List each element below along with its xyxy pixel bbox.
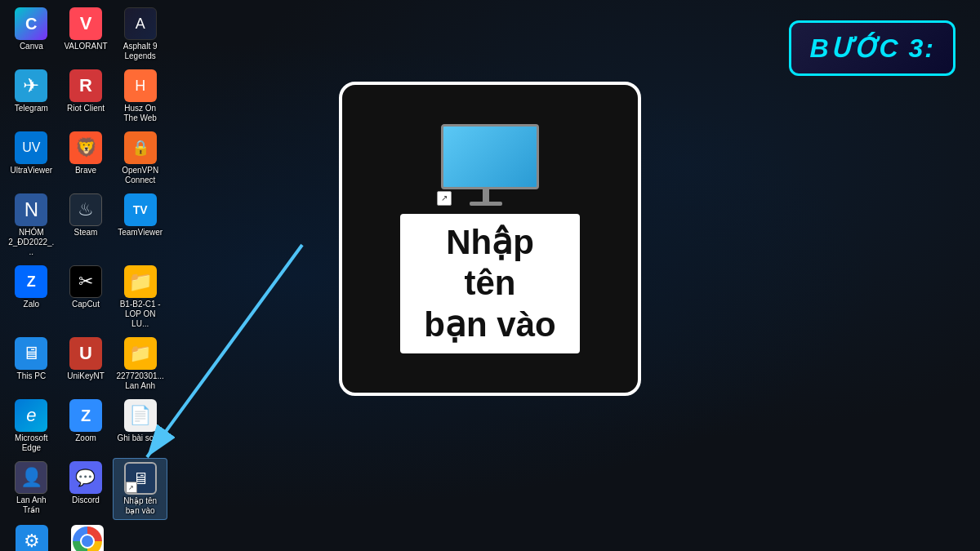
steam-label: Steam [74,228,98,238]
icon-zalo[interactable]: Z Zalo [4,262,59,332]
openvpn-icon-img: 🔒 [124,131,157,164]
buoc3-label: BƯỚC 3: [809,33,935,63]
popup-text-line1: Nhập tên [446,223,534,302]
b1b2c1-icon-img: 📁 [124,265,157,298]
icon-row-6: e Microsoft Edge Z Zoom 📄 Ghi bài soạn [4,396,167,456]
lananh-icon-img: 👤 [15,461,47,494]
icon-row-5: 🖥 This PC U UniKeyNT 📁 227720301... Lan … [4,334,167,394]
monitor-screen [441,124,539,189]
brave-icon-img: 🦁 [69,131,102,164]
monitor-stand [483,189,489,202]
icon-edge[interactable]: e Microsoft Edge [4,396,59,456]
icon-googlechrome[interactable]: Google Chrome [60,522,115,551]
edge-label: Microsoft Edge [7,433,56,453]
popup-container: ↗ Nhập tên bạn vào [339,82,641,396]
capcut-icon-img: ✂ [69,265,102,298]
telegram-label: Telegram [15,104,48,113]
folder2-icon-img: 📁 [124,337,157,370]
icon-steam[interactable]: ♨ Steam [59,190,114,260]
brave-label: Brave [75,166,96,176]
icon-thispc[interactable]: 🖥 This PC [4,334,59,394]
icon-zoom[interactable]: Z Zoom [59,396,114,456]
chrome-circle [73,527,102,551]
desktop-icons-area: C Canva V VALORANT A Asphalt 9 Legends ✈… [0,0,172,551]
discord-icon-img: 💬 [69,461,102,494]
icon-discord[interactable]: 💬 Discord [59,458,114,520]
icon-lananh[interactable]: 👤 Lan Anh Trần [4,458,59,520]
husz-label: Husz On The Web [116,104,164,123]
shortcut-arrow-icon: ↗ [437,191,452,206]
unikey-label: UniKeyNT [67,371,105,381]
ultraviewer-icon-img: UV [15,131,47,164]
valorant-icon-img: V [69,7,102,40]
steam-icon-img: ♨ [69,193,102,226]
icon-capcut[interactable]: ✂ CapCut [59,262,114,332]
zoom-icon-img: Z [69,399,102,432]
icon-nhom[interactable]: N NHÓM 2_ĐD2022_... [4,190,59,260]
zoom-label: Zoom [75,433,96,443]
riot-label: Riot Client [67,104,105,113]
ghibaisoan-icon-img: 📄 [124,399,157,432]
edge-icon-img: e [15,399,47,432]
icon-husz[interactable]: H Husz On The Web [113,66,167,127]
controlpanel-icon-img: ⚙ [16,525,48,551]
icon-brave[interactable]: 🦁 Brave [59,128,114,189]
lananh-label: Lan Anh Trần [7,495,56,515]
husz-icon-img: H [124,69,157,102]
buoc3-badge: BƯỚC 3: [789,20,956,76]
nhaptenvao-icon-img: 🖥 ↗ [124,462,157,495]
folder2-label: 227720301... Lan Anh [116,371,164,391]
nhom-icon-img: N [15,193,47,226]
icon-asphalt[interactable]: A Asphalt 9 Legends [113,4,167,64]
monitor-base [470,202,502,206]
asphalt-label: Asphalt 9 Legends [116,42,164,61]
ghibaisoan-label: Ghi bài soạn [117,433,163,443]
icon-canva[interactable]: C Canva [4,4,59,64]
teamviewer-icon-img: TV [124,193,157,226]
icon-telegram[interactable]: ✈ Telegram [4,66,59,127]
icon-controlpanel[interactable]: ⚙ Control Panel [4,522,60,551]
asphalt-icon-img: A [124,7,157,40]
icon-row-2: UV UltraViewer 🦁 Brave 🔒 OpenVPN Connect [4,128,167,189]
icon-valorant[interactable]: V VALORANT [59,4,114,64]
openvpn-label: OpenVPN Connect [116,166,164,185]
capcut-label: CapCut [72,300,100,309]
ultraviewer-label: UltraViewer [11,166,53,176]
icon-ultraviewer[interactable]: UV UltraViewer [4,128,59,189]
icon-b1b2c1[interactable]: 📁 B1-B2-C1 - LOP ON LU... [113,262,167,332]
icon-row-7: 👤 Lan Anh Trần 💬 Discord 🖥 ↗ Nhập tên bạ… [4,458,167,520]
thispc-label: This PC [17,371,47,381]
teamviewer-label: TeamViewer [118,228,163,238]
icon-row-1: ✈ Telegram R Riot Client H Husz On The W… [4,66,167,127]
valorant-label: VALORANT [64,42,107,51]
thispc-icon-img: 🖥 [15,337,47,370]
icon-teamviewer[interactable]: TV TeamViewer [113,190,167,260]
icon-row-3: N NHÓM 2_ĐD2022_... ♨ Steam TV TeamViewe… [4,190,167,260]
icon-unikey[interactable]: U UniKeyNT [59,334,114,394]
nhom-label: NHÓM 2_ĐD2022_... [7,228,56,257]
icon-nhaptenvao[interactable]: 🖥 ↗ Nhập tên bạn vào [113,458,167,520]
unikey-icon-img: U [69,337,102,370]
icon-row-4: Z Zalo ✂ CapCut 📁 B1-B2-C1 - LOP ON LU..… [4,262,167,332]
zalo-icon-img: Z [15,265,47,298]
shortcut-arrow-small: ↗ [126,482,137,493]
telegram-icon-img: ✈ [15,69,47,102]
popup-text-line2: bạn vào [424,305,555,344]
icon-ghibaisoan[interactable]: 📄 Ghi bài soạn [113,396,167,456]
canva-icon-img: C [15,7,47,40]
googlechrome-icon-img [71,525,104,551]
monitor-icon: ↗ [437,124,543,206]
b1b2c1-label: B1-B2-C1 - LOP ON LU... [116,300,164,329]
riot-icon-img: R [69,69,102,102]
icon-riot[interactable]: R Riot Client [59,66,114,127]
icon-folder2[interactable]: 📁 227720301... Lan Anh [113,334,167,394]
nhaptenvao-label: Nhập tên bạn vào [117,496,163,516]
icon-openvpn[interactable]: 🔒 OpenVPN Connect [113,128,167,189]
zalo-label: Zalo [24,300,39,309]
canva-label: Canva [20,42,43,51]
icon-row-8: ⚙ Control Panel Google Chrome [4,522,167,551]
discord-label: Discord [72,495,100,505]
icon-row-0: C Canva V VALORANT A Asphalt 9 Legends [4,4,167,64]
popup-text: Nhập tên bạn vào [400,214,580,353]
